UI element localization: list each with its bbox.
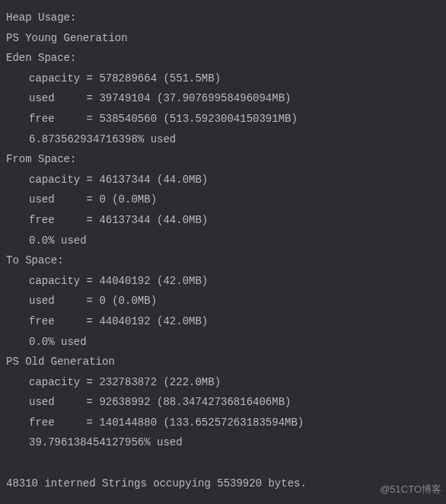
interned-strings-footer: 48310 interned Strings occupying 5539920… (6, 474, 440, 494)
old-used: used = 92638992 (88.34742736816406MB) (6, 392, 440, 413)
space-name-from: From Space: (6, 149, 440, 170)
space-name-to: To Space: (6, 250, 440, 271)
section-title-young: PS Young Generation (6, 28, 440, 49)
from-capacity: capacity = 46137344 (44.0MB) (6, 170, 440, 190)
blank-line (6, 453, 440, 474)
eden-percent: 6.873562934716398% used (6, 129, 440, 150)
from-used: used = 0 (0.0MB) (6, 190, 440, 210)
space-name-eden: Eden Space: (6, 48, 440, 69)
old-free: free = 140144880 (133.65257263183594MB) (6, 413, 440, 433)
from-free: free = 46137344 (44.0MB) (6, 210, 440, 231)
eden-capacity: capacity = 578289664 (551.5MB) (6, 69, 440, 89)
old-capacity: capacity = 232783872 (222.0MB) (6, 372, 440, 393)
watermark-text: @51CTO博客 (380, 480, 441, 499)
section-title-old: PS Old Generation (6, 352, 440, 372)
from-percent: 0.0% used (6, 231, 440, 251)
old-percent: 39.796138454127956% used (6, 432, 440, 453)
heap-usage-header: Heap Usage: (6, 8, 440, 28)
to-percent: 0.0% used (6, 332, 440, 352)
eden-used: used = 39749104 (37.90769958496094MB) (6, 88, 440, 109)
to-free: free = 44040192 (42.0MB) (6, 311, 440, 332)
eden-free: free = 538540560 (513.5923004150391MB) (6, 109, 440, 129)
to-used: used = 0 (0.0MB) (6, 291, 440, 311)
to-capacity: capacity = 44040192 (42.0MB) (6, 271, 440, 292)
